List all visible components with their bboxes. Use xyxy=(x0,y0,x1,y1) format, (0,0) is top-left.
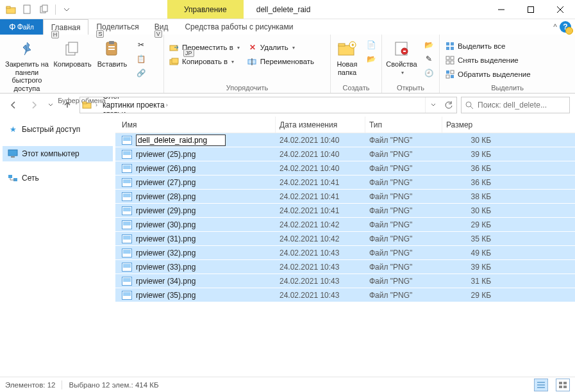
close-button[interactable] xyxy=(546,0,575,19)
ribbon-collapse-icon[interactable]: ^ xyxy=(553,22,557,31)
search-input[interactable]: Поиск: dell_delete... xyxy=(461,97,570,113)
file-row[interactable]: rpviewer (26).png 24.02.2021 10:40 Файл … xyxy=(115,161,575,176)
rename-input[interactable] xyxy=(136,135,226,146)
minimize-button[interactable] xyxy=(487,0,516,19)
svg-rect-40 xyxy=(83,102,87,104)
view-large-button[interactable] xyxy=(556,379,570,391)
new-item-button[interactable]: 📄 xyxy=(363,38,379,51)
file-row[interactable]: 24.02.2021 10:40 Файл "PNG" 30 КБ xyxy=(115,133,575,147)
file-row[interactable]: rpviewer (34).png 24.02.2021 10:43 Файл … xyxy=(115,274,575,288)
copy-icon xyxy=(62,38,83,59)
pin-icon xyxy=(17,38,37,59)
file-row[interactable]: rpviewer (29).png 24.02.2021 10:41 Файл … xyxy=(115,204,575,218)
address-bar[interactable]: › Локальный диск (C:) ›Олег ›картинки пр… xyxy=(79,97,457,113)
svg-text:✦: ✦ xyxy=(350,42,354,48)
file-row[interactable]: rpviewer (25).png 24.02.2021 10:40 Файл … xyxy=(115,147,575,161)
image-file-icon xyxy=(122,178,132,187)
breadcrumb-item[interactable]: статьи › xyxy=(99,110,183,113)
invert-selection-button[interactable]: Обратить выделение xyxy=(442,68,533,81)
new-folder-icon: ✦ xyxy=(337,38,358,59)
qat-page-icon[interactable] xyxy=(21,3,35,17)
forward-button[interactable] xyxy=(26,97,42,113)
sidebar-network[interactable]: Сеть xyxy=(3,170,113,186)
invert-icon xyxy=(445,69,455,79)
copy-to-button[interactable]: Копировать в▾ xyxy=(167,55,242,68)
maximize-button[interactable] xyxy=(516,0,546,19)
open-button[interactable]: 📂 xyxy=(421,38,437,51)
select-none-button[interactable]: Снять выделение xyxy=(442,54,533,67)
svg-rect-12 xyxy=(109,41,114,44)
edit-button[interactable]: ✎ xyxy=(421,53,437,65)
svg-rect-37 xyxy=(446,75,449,78)
tab-home[interactable]: ГлавнаяH xyxy=(43,19,89,35)
qat-copy-icon[interactable] xyxy=(37,3,51,17)
help-icon[interactable]: ? xyxy=(560,21,571,33)
file-row[interactable]: rpviewer (31).png 24.02.2021 10:42 Файл … xyxy=(115,232,575,246)
new-folder-button[interactable]: ✦ Новая папка xyxy=(333,37,361,78)
svg-rect-45 xyxy=(8,175,12,178)
column-type[interactable]: Тип xyxy=(365,117,442,133)
svg-rect-36 xyxy=(451,70,454,74)
pc-icon xyxy=(8,149,18,159)
easy-access-button[interactable]: 📂 xyxy=(363,53,379,65)
file-row[interactable]: rpviewer (32).png 24.02.2021 10:43 Файл … xyxy=(115,246,575,260)
status-selected: Выбрано 12 элем.: 414 КБ xyxy=(69,381,158,389)
ribbon-tabs: ФФлФайл ГлавнаяH ПоделитьсяS ВидV Средст… xyxy=(0,19,575,35)
qat-folder-icon[interactable] xyxy=(4,3,18,17)
sidebar-quick-access[interactable]: ★ Быстрый доступ xyxy=(3,122,113,137)
properties-button[interactable]: Свойства▾ xyxy=(385,37,419,77)
file-row[interactable]: rpviewer (35).png 24.02.2021 10:43 Файл … xyxy=(115,288,575,302)
cut-button[interactable]: ✂ xyxy=(133,38,149,51)
image-file-icon xyxy=(122,206,132,215)
address-dropdown[interactable] xyxy=(426,97,441,113)
svg-rect-54 xyxy=(559,386,562,388)
breadcrumb-item[interactable]: картинки проекта › xyxy=(99,101,183,110)
history-button[interactable]: 🕘 xyxy=(421,67,437,79)
file-row[interactable]: rpviewer (33).png 24.02.2021 10:43 Файл … xyxy=(115,260,575,274)
column-name[interactable]: Имя xyxy=(115,117,276,133)
group-select-label: Выделить xyxy=(440,84,575,93)
tab-view[interactable]: ВидV xyxy=(147,19,176,35)
svg-rect-34 xyxy=(451,61,454,64)
rename-button[interactable]: Переименовать xyxy=(245,55,317,68)
copy-button[interactable]: Копировать xyxy=(54,37,91,70)
svg-rect-44 xyxy=(11,156,15,158)
file-listing: Имя Дата изменения Тип Размер 24.02.2021… xyxy=(115,117,575,373)
paste-button[interactable]: Вставить xyxy=(94,37,131,70)
group-organize-label: Упорядочить xyxy=(164,84,330,93)
file-row[interactable]: rpviewer (27).png 24.02.2021 10:41 Файл … xyxy=(115,176,575,190)
refresh-button[interactable] xyxy=(441,97,456,113)
recent-dropdown[interactable] xyxy=(46,97,55,113)
copy-path-button[interactable]: 📋 xyxy=(133,53,149,65)
pin-button[interactable]: Закрепить на панели быстрого доступа xyxy=(3,37,51,94)
title-bar: Управление dell_delete_raid xyxy=(0,0,575,19)
qat-overflow-icon[interactable] xyxy=(60,3,74,17)
up-button[interactable] xyxy=(59,97,76,113)
delete-button[interactable]: ✕Удалить▾ xyxy=(245,41,317,54)
select-all-button[interactable]: Выделить все xyxy=(442,40,533,53)
sidebar: ★ Быстрый доступ Этот компьютер Сеть xyxy=(0,117,115,373)
column-date[interactable]: Дата изменения xyxy=(276,117,365,133)
sidebar-this-pc[interactable]: Этот компьютер xyxy=(3,146,113,161)
svg-rect-15 xyxy=(170,45,178,51)
view-details-button[interactable] xyxy=(534,379,548,391)
move-to-button[interactable]: Переместить в▾ xyxy=(167,41,242,54)
tab-picture-tools[interactable]: Средства работы с рисункамиJP xyxy=(185,19,293,35)
paste-icon xyxy=(102,38,122,59)
tab-share[interactable]: ПоделитьсяS xyxy=(88,19,146,35)
path-icon: 📋 xyxy=(136,54,146,64)
back-button[interactable] xyxy=(5,97,22,113)
svg-rect-21 xyxy=(338,44,345,46)
svg-rect-31 xyxy=(446,56,449,60)
paste-shortcut-button[interactable]: 🔗 xyxy=(133,67,149,79)
tab-file[interactable]: ФФлФайл xyxy=(0,19,43,35)
address-row: › Локальный диск (C:) ›Олег ›картинки пр… xyxy=(0,94,575,117)
svg-rect-17 xyxy=(172,58,178,63)
svg-rect-1 xyxy=(6,6,10,8)
file-row[interactable]: rpviewer (28).png 24.02.2021 10:41 Файл … xyxy=(115,190,575,204)
file-row[interactable]: rpviewer (30).png 24.02.2021 10:42 Файл … xyxy=(115,218,575,232)
scissors-icon: ✂ xyxy=(136,40,146,50)
column-size[interactable]: Размер xyxy=(442,117,494,133)
svg-rect-43 xyxy=(8,150,17,156)
copy-to-icon xyxy=(169,56,179,67)
